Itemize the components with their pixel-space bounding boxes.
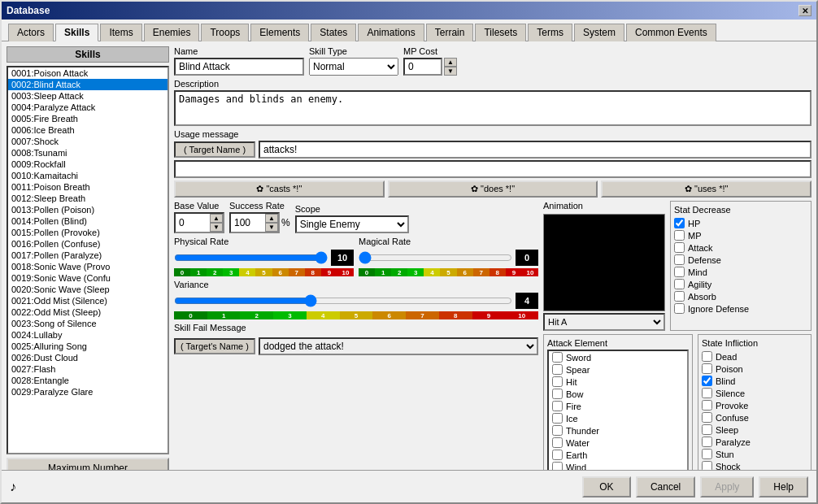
name-input[interactable]: [174, 58, 304, 76]
skill-item[interactable]: 0015:Pollen (Provoke): [8, 227, 168, 238]
skill-item[interactable]: 0002:Blind Attack: [8, 79, 168, 90]
stat-decrease-checkbox[interactable]: [674, 254, 685, 265]
attacks-input[interactable]: [259, 141, 811, 159]
success-rate-up[interactable]: ▲: [265, 214, 278, 223]
tab-animations[interactable]: Animations: [358, 24, 424, 41]
state-infliction-checkbox[interactable]: [702, 437, 712, 447]
tab-enemies[interactable]: Enemies: [144, 24, 200, 41]
tab-items[interactable]: Items: [100, 24, 141, 41]
skill-item[interactable]: 0008:Tsunami: [8, 147, 168, 159]
success-rate-down[interactable]: ▼: [265, 223, 278, 232]
tab-bar: Actors Skills Items Enemies Troops Eleme…: [2, 20, 816, 41]
state-infliction-checkbox[interactable]: [702, 412, 712, 423]
state-infliction-checkbox[interactable]: [702, 388, 712, 398]
element-checkbox[interactable]: [552, 413, 563, 424]
element-checkbox[interactable]: [552, 376, 563, 387]
stat-decrease-checkbox[interactable]: [674, 267, 685, 277]
skill-item[interactable]: 0014:Pollen (Blind): [8, 215, 168, 227]
help-button[interactable]: Help: [759, 476, 808, 497]
apply-button[interactable]: Apply: [700, 476, 754, 497]
stat-decrease-checkbox[interactable]: [674, 242, 685, 253]
tab-system[interactable]: System: [574, 24, 624, 41]
skill-item[interactable]: 0005:Fire Breath: [8, 113, 168, 124]
skill-item[interactable]: 0016:Pollen (Confuse): [8, 238, 168, 250]
skill-item[interactable]: 0024:Lullaby: [8, 329, 168, 341]
ok-button[interactable]: OK: [582, 476, 631, 497]
element-checkbox[interactable]: [552, 401, 563, 411]
physical-rate-slider[interactable]: [174, 251, 328, 264]
base-value-down[interactable]: ▼: [210, 223, 223, 232]
animation-select[interactable]: Hit A: [543, 313, 665, 331]
left-panel: Skills 0001:Poison Attack0002:Blind Atta…: [7, 46, 169, 479]
casts-button[interactable]: ✿ "casts *!": [174, 180, 385, 198]
skill-item[interactable]: 0021:Odd Mist (Silence): [8, 295, 168, 306]
magical-rate-slider[interactable]: [359, 251, 512, 264]
name-skilltype-row: Name Skill Type NormalMagicSpecial MP Co…: [174, 46, 811, 76]
element-checkbox[interactable]: [552, 364, 563, 375]
base-value-input[interactable]: [176, 214, 210, 232]
description-input[interactable]: [174, 90, 811, 126]
cancel-button[interactable]: Cancel: [636, 476, 695, 497]
stat-decrease-checkbox[interactable]: [674, 303, 685, 314]
skill-item[interactable]: 0013:Pollen (Poison): [8, 204, 168, 215]
skill-item[interactable]: 0003:Sleep Attack: [8, 90, 168, 102]
stat-decrease-checkbox[interactable]: [674, 230, 685, 241]
skill-item[interactable]: 0029:Paralyze Glare: [8, 386, 168, 398]
element-checkbox[interactable]: [552, 389, 563, 399]
close-button[interactable]: ✕: [798, 5, 811, 16]
skill-item[interactable]: 0009:Rockfall: [8, 159, 168, 170]
state-infliction-checkbox[interactable]: [702, 363, 712, 374]
skills-list[interactable]: 0001:Poison Attack0002:Blind Attack0003:…: [7, 66, 169, 454]
state-infliction-checkbox[interactable]: [702, 351, 712, 362]
skill-item[interactable]: 0011:Poison Breath: [8, 181, 168, 193]
skill-item[interactable]: 0025:Alluring Song: [8, 341, 168, 352]
variance-slider[interactable]: [174, 294, 512, 307]
stat-decrease-checkbox[interactable]: [674, 218, 685, 228]
tab-troops[interactable]: Troops: [201, 24, 249, 41]
stat-decrease-checkbox[interactable]: [674, 291, 685, 302]
state-infliction-checkbox[interactable]: [702, 400, 712, 411]
success-rate-input[interactable]: [231, 214, 265, 232]
tab-skills[interactable]: Skills: [55, 24, 98, 41]
skill-item[interactable]: 0012:Sleep Breath: [8, 193, 168, 204]
skill-item[interactable]: 0004:Paralyze Attack: [8, 102, 168, 113]
uses-button[interactable]: ✿ "uses *!": [601, 180, 811, 198]
state-infliction-checkbox[interactable]: [702, 449, 712, 459]
does-button[interactable]: ✿ "does *!": [388, 180, 598, 198]
state-infliction-checkbox[interactable]: [702, 376, 712, 386]
skill-item[interactable]: 0020:Sonic Wave (Sleep: [8, 284, 168, 295]
skill-item[interactable]: 0026:Dust Cloud: [8, 352, 168, 363]
tab-terms[interactable]: Terms: [528, 24, 572, 41]
skill-item[interactable]: 0006:Ice Breath: [8, 124, 168, 136]
fail-message-select[interactable]: dodged the attack!: [259, 337, 538, 355]
skill-item[interactable]: 0022:Odd Mist (Sleep): [8, 306, 168, 318]
mp-cost-up[interactable]: ▲: [444, 58, 457, 67]
mp-cost-down[interactable]: ▼: [444, 67, 457, 76]
element-checkbox[interactable]: [552, 450, 563, 460]
tab-states[interactable]: States: [311, 24, 356, 41]
skill-item[interactable]: 0001:Poison Attack: [8, 67, 168, 79]
tab-common-events[interactable]: Common Events: [626, 24, 716, 41]
element-checkbox[interactable]: [552, 437, 563, 448]
tab-tilesets[interactable]: Tilesets: [475, 24, 526, 41]
tab-elements[interactable]: Elements: [250, 24, 309, 41]
skill-item[interactable]: 0023:Song of Silence: [8, 318, 168, 329]
element-checkbox[interactable]: [552, 425, 563, 436]
skill-item[interactable]: 0010:Kamaitachi: [8, 170, 168, 181]
physical-rate-slider-container: 10: [174, 250, 354, 266]
state-infliction-checkbox[interactable]: [702, 424, 712, 435]
skill-item[interactable]: 0027:Flash: [8, 363, 168, 375]
element-checkbox[interactable]: [552, 352, 563, 363]
skill-item[interactable]: 0007:Shock: [8, 136, 168, 147]
stat-decrease-checkbox[interactable]: [674, 279, 685, 289]
skill-item[interactable]: 0028:Entangle: [8, 375, 168, 386]
tab-actors[interactable]: Actors: [8, 24, 54, 41]
tab-terrain[interactable]: Terrain: [426, 24, 474, 41]
skill-type-select[interactable]: NormalMagicSpecial: [309, 58, 398, 76]
scope-select[interactable]: Single EnemyAll EnemiesOne AllyAll Allie…: [295, 215, 409, 233]
mp-cost-input[interactable]: [403, 58, 442, 76]
skill-item[interactable]: 0017:Pollen (Paralyze): [8, 250, 168, 261]
skill-item[interactable]: 0019:Sonic Wave (Confu: [8, 272, 168, 284]
skill-item[interactable]: 0018:Sonic Wave (Provo: [8, 261, 168, 272]
base-value-up[interactable]: ▲: [210, 214, 223, 223]
